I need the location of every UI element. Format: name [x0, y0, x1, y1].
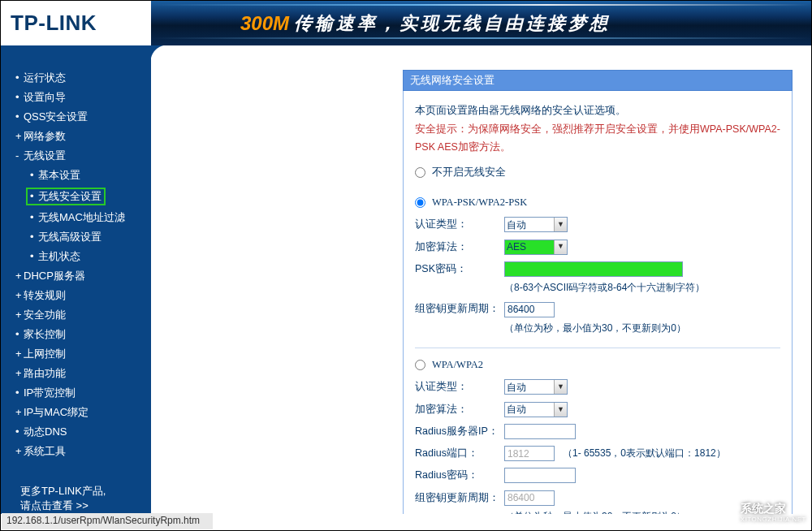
nav-item-status[interactable]: 运行状态 — [1, 68, 151, 88]
nav-item-qos[interactable]: IP带宽控制 — [1, 383, 151, 403]
nav-item-dhcp[interactable]: DHCP服务器 — [1, 266, 151, 286]
logo-text: TP-LINK — [11, 11, 97, 35]
wireless-security-panel: 无线网络安全设置 本页面设置路由器无线网络的安全认证选项。 安全提示：为保障网络… — [403, 70, 793, 514]
nav-item-qss[interactable]: QSS安全设置 — [1, 107, 151, 127]
nav-item-ddns[interactable]: 动态DNS — [1, 422, 151, 442]
nav-item-network[interactable]: 网络参数 — [1, 127, 151, 146]
radio-wpa-label: WPA/WPA2 — [432, 356, 483, 373]
label-radius-ip: Radius服务器IP： — [415, 423, 504, 440]
nav-item-wizard[interactable]: 设置向导 — [1, 88, 151, 107]
panel-intro: 本页面设置路由器无线网络的安全认证选项。 — [415, 102, 780, 119]
label-wpa-enc: 加密算法： — [415, 401, 504, 418]
radio-wpapsk[interactable] — [415, 197, 425, 208]
logo: TP-LINK — [1, 11, 151, 36]
label-wpa-rekey: 组密钥更新周期： — [415, 490, 504, 507]
nav-item-forward[interactable]: 转发规则 — [1, 286, 151, 305]
nav-item-parental[interactable]: 家长控制 — [1, 325, 151, 344]
svg-rect-0 — [717, 516, 722, 523]
panel-title: 无线网络安全设置 — [403, 70, 793, 91]
nav-sub-security[interactable]: 无线安全设置 — [1, 185, 151, 208]
nav-sub-basic[interactable]: 基本设置 — [1, 166, 151, 185]
chevron-down-icon: ▼ — [554, 380, 567, 394]
chevron-down-icon: ▼ — [554, 218, 567, 231]
label-enc-algo: 加密算法： — [415, 239, 504, 256]
label-psk-pwd: PSK密码： — [415, 261, 504, 278]
radio-wpa[interactable] — [415, 360, 425, 370]
nav-sub-hoststatus[interactable]: 主机状态 — [1, 247, 151, 266]
content: 无线网络安全设置 本页面设置路由器无线网络的安全认证选项。 安全提示：为保障网络… — [151, 45, 811, 514]
radio-none-label: 不开启无线安全 — [432, 164, 506, 181]
select-auth-type[interactable]: 自动▼ — [504, 217, 568, 232]
chevron-down-icon: ▼ — [554, 240, 567, 254]
nav-sub-advanced[interactable]: 无线高级设置 — [1, 227, 151, 247]
banner-highlight: 300M — [240, 12, 289, 35]
house-icon — [703, 499, 736, 529]
hint-rekey: （单位为秒，最小值为30，不更新则为0） — [504, 320, 780, 336]
select-enc-algo[interactable]: AES▼ — [504, 240, 568, 255]
nav-item-ipmac[interactable]: IP与MAC绑定 — [1, 403, 151, 422]
nav-sub-macfilter[interactable]: 无线MAC地址过滤 — [1, 208, 151, 227]
hint-radius-port: （1- 65535，0表示默认端口：1812） — [563, 445, 726, 461]
watermark: 系统之家 XITONGZHIJIA.NET — [703, 499, 806, 529]
radio-none[interactable] — [415, 167, 425, 178]
label-radius-pwd: Radius密码： — [415, 467, 504, 484]
nav-item-wireless[interactable]: 无线设置 — [1, 146, 151, 166]
label-wpa-auth: 认证类型： — [415, 378, 504, 395]
label-group-rekey: 组密钥更新周期： — [415, 300, 504, 317]
select-wpa-enc[interactable]: 自动▼ — [504, 402, 568, 417]
input-radius-port[interactable] — [504, 446, 555, 461]
header: TP-LINK 300M 传输速率，实现无线自由连接梦想 — [1, 1, 811, 45]
sidebar-more-link[interactable]: 请点击查看 >> — [20, 499, 89, 512]
sidebar: 运行状态 设置向导 QSS安全设置 网络参数 无线设置 基本设置 无线安全设置 … — [1, 45, 151, 514]
hint-psk: （8-63个ASCII码字符或8-64个十六进制字符） — [504, 279, 780, 296]
nav-list: 运行状态 设置向导 QSS安全设置 网络参数 无线设置 基本设置 无线安全设置 … — [1, 68, 151, 461]
sidebar-footer[interactable]: 更多TP-LINK产品, 请点击查看 >> — [1, 484, 151, 513]
status-bar: 192.168.1.1/userRpm/WlanSecurityRpm.htm — [2, 513, 213, 529]
radio-wpapsk-label: WPA-PSK/WPA2-PSK — [432, 194, 527, 211]
nav-item-systools[interactable]: 系统工具 — [1, 442, 151, 461]
input-group-rekey[interactable] — [504, 302, 555, 317]
banner-tagline: 传输速率，实现无线自由连接梦想 — [294, 11, 611, 36]
banner: 300M 传输速率，实现无线自由连接梦想 — [151, 1, 811, 45]
nav-item-security[interactable]: 安全功能 — [1, 305, 151, 325]
select-wpa-auth[interactable]: 自动▼ — [504, 379, 568, 395]
input-radius-ip[interactable] — [504, 424, 576, 439]
input-wpa-rekey[interactable] — [504, 490, 555, 506]
chevron-down-icon: ▼ — [554, 403, 567, 417]
label-auth-type: 认证类型： — [415, 216, 504, 233]
nav-item-access[interactable]: 上网控制 — [1, 344, 151, 364]
label-radius-port: Radius端口： — [415, 445, 504, 462]
input-radius-pwd[interactable] — [504, 468, 576, 483]
input-psk-password[interactable] — [504, 261, 683, 277]
nav-item-routing[interactable]: 路由功能 — [1, 364, 151, 383]
panel-warning: 安全提示：为保障网络安全，强烈推荐开启安全设置，并使用WPA-PSK/WPA2-… — [415, 121, 780, 156]
